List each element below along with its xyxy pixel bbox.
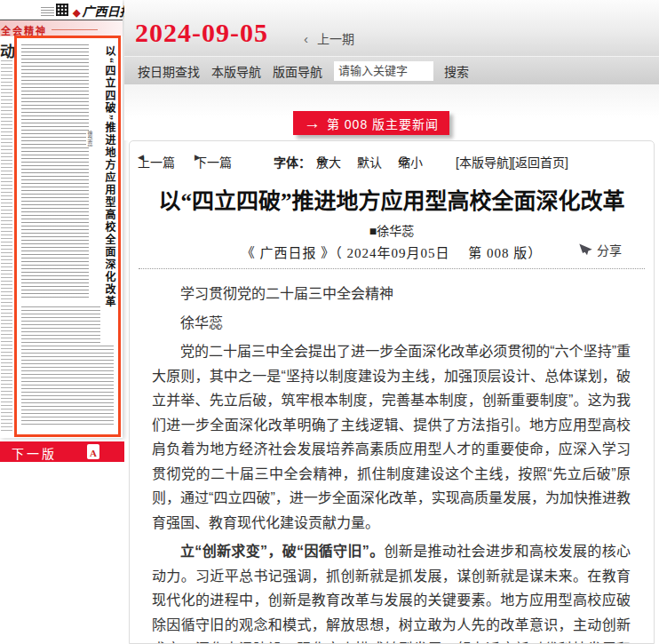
board-navigation-bracket-link[interactable]: [本版导航]	[456, 153, 512, 171]
section-banner-label: 第 008 版主要新闻	[327, 115, 439, 132]
share-button[interactable]: 分享	[574, 241, 622, 258]
thumbnail-article-author: 徐华蕊	[86, 131, 94, 147]
paper-plane-icon	[579, 243, 592, 256]
search-by-date-link[interactable]: 按日期查找	[138, 62, 200, 80]
article-paragraph: 立“创新求变”，破“因循守旧”。创新是推动社会进步和高校发展的核心动力。习近平总…	[152, 539, 631, 643]
paragraph-text: 党的二十届三中全会提出了进一步全面深化改革必须贯彻的“六个坚持”重大原则，其中之…	[152, 344, 631, 530]
font-size-label: 字体：	[274, 153, 311, 171]
search-button[interactable]: 搜索	[444, 62, 469, 80]
circle-minus-icon: ⊖	[398, 153, 409, 169]
article-paragraph: 徐华蕊	[152, 311, 631, 336]
page-thumbnail-sidebar: ◆广西日报 全会精神 动 徐华蕊 以“四立四破”推进地方应用型高校全面深化改革 …	[0, 0, 124, 644]
share-label: 分享	[597, 241, 622, 258]
search-bar: 按日期查找 本版导航 版面导航 搜索	[124, 56, 659, 84]
board-navigation-link[interactable]: 本版导航	[211, 62, 261, 80]
paragraph-text: 徐华蕊	[180, 315, 223, 330]
pdf-glyph: A	[90, 448, 97, 458]
masthead-diamond-icon: ◆	[73, 7, 80, 18]
issue-date: 2024-09-05	[135, 18, 268, 48]
article-toolbar: ◀上一篇 下一篇▶ 字体： 放大⊕ 默认○ 缩小⊖ [本版导航] [返回首页]	[130, 153, 654, 169]
article-panel: ◀上一篇 下一篇▶ 字体： 放大⊕ 默认○ 缩小⊖ [本版导航] [返回首页] …	[129, 140, 655, 644]
qr-code-icon	[56, 4, 68, 16]
masthead-title: ◆广西日报	[73, 2, 131, 20]
article-body: 学习贯彻党的二十届三中全会精神 徐华蕊 党的二十届三中全会提出了进一步全面深化改…	[152, 282, 631, 643]
previous-issue-label: 上一期	[317, 32, 354, 46]
paragraph-lead: 立“创新求变”，破“因循守旧”。	[180, 544, 385, 559]
keyword-search-input[interactable]	[334, 61, 433, 81]
section-banner[interactable]: → 第 008 版主要新闻	[293, 111, 449, 135]
article-author: ■徐华蕊	[130, 221, 654, 239]
chevron-left-icon: ‹	[304, 31, 308, 46]
dotted-divider	[139, 268, 645, 269]
layout-navigation-link[interactable]: 版面导航	[273, 62, 322, 80]
adjacent-headline-fragment: 动	[0, 39, 15, 61]
article-paragraph: 党的二十届三中全会提出了进一步全面深化改革必须贯彻的“六个坚持”重大原则，其中之…	[152, 339, 631, 535]
circle-plus-icon: ⊕	[316, 153, 328, 169]
article-title: 以“四立四破”推进地方应用型高校全面深化改革	[130, 183, 654, 215]
arrow-right-icon: →	[304, 115, 321, 131]
next-page-label[interactable]: 下一版	[12, 444, 57, 462]
previous-issue-link[interactable]: ‹上一期	[304, 29, 354, 47]
thumbnail-article-text	[21, 44, 89, 300]
previous-article-label: 上一篇	[138, 153, 175, 171]
thumbnail-text-column	[1, 60, 12, 432]
newspaper-page-thumbnail[interactable]: ◆广西日报 全会精神 动 徐华蕊 以“四立四破”推进地方应用型高校全面深化改革	[0, 0, 123, 438]
thumbnail-article-title-vertical: 以“四立四破”推进地方应用型高校全面深化改革	[100, 45, 115, 344]
return-home-link[interactable]: [返回首页]	[512, 153, 568, 171]
next-page-button[interactable]: 下一版 A	[0, 441, 124, 462]
qr-caption-text	[41, 7, 54, 16]
circle-icon: ○	[357, 153, 365, 168]
article-paragraph: 学习贯彻党的二十届三中全会精神	[152, 282, 631, 306]
section-band-dash	[52, 29, 98, 30]
highlighted-article-box[interactable]: 徐华蕊 以“四立四破”推进地方应用型高校全面深化改革	[14, 36, 121, 437]
pdf-icon[interactable]: A	[87, 444, 99, 459]
paragraph-text: 学习贯彻党的二十届三中全会精神	[180, 286, 393, 301]
triangle-right-icon: ▶	[195, 153, 201, 162]
